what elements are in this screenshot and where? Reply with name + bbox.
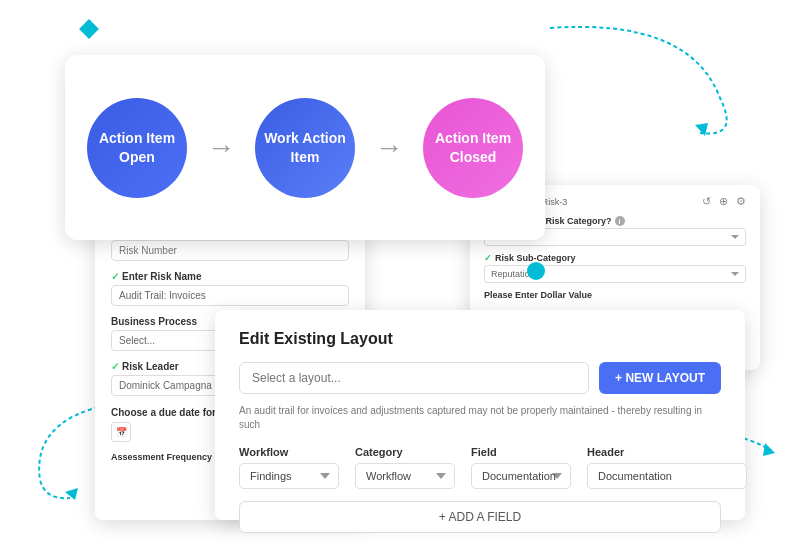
step3-label: Action Item Closed [423, 129, 523, 165]
layout-card-title: Edit Existing Layout [239, 330, 721, 348]
workflow-card: Action Item Open → Work Action Item → Ac… [65, 55, 545, 240]
category-select[interactable]: Workflow [355, 463, 455, 489]
risk-action-icons: ↺ ⊕ ⚙ [702, 195, 746, 208]
gear-icon[interactable]: ⚙ [736, 195, 746, 208]
risk-sub-category-group: ✓ Risk Sub-Category Reputation [484, 253, 746, 283]
diamond-decoration [79, 19, 99, 39]
header-input[interactable] [587, 463, 747, 489]
arrow-1-2: → [207, 132, 235, 164]
field-select[interactable]: Documentation [471, 463, 571, 489]
date-picker-icon[interactable]: 📅 [111, 422, 131, 442]
history-icon[interactable]: ⊕ [719, 195, 728, 208]
new-layout-button[interactable]: + NEW LAYOUT [599, 362, 721, 394]
risk-name-label: ✓ Enter Risk Name [111, 271, 349, 282]
add-field-button[interactable]: + ADD A FIELD [239, 501, 721, 533]
arrow-top-right [540, 18, 740, 138]
risk-name-input[interactable] [111, 285, 349, 306]
svg-marker-2 [763, 443, 775, 456]
risk-sub-category-select[interactable]: Reputation [484, 265, 746, 283]
category-label: Category [355, 446, 455, 458]
workflow-select[interactable]: Findings [239, 463, 339, 489]
workflow-label: Workflow [239, 446, 339, 458]
layout-fields-row: Workflow Findings Category Workflow Fiel… [239, 446, 721, 489]
risk-name-group: ✓ Enter Risk Name [111, 271, 349, 306]
step-work-action-item: Work Action Item [255, 98, 355, 198]
header-label: Header [587, 446, 747, 458]
risk-dollar-value-group: Please Enter Dollar Value [484, 290, 746, 300]
field-col: Field Documentation [471, 446, 571, 489]
layout-info-text: An audit trail for invoices and adjustme… [239, 404, 721, 432]
step2-label: Work Action Item [255, 129, 355, 165]
step1-label: Action Item Open [87, 129, 187, 165]
step-action-item-open: Action Item Open [87, 98, 187, 198]
svg-marker-1 [65, 488, 78, 500]
field-label: Field [471, 446, 571, 458]
workflow-col: Workflow Findings [239, 446, 339, 489]
category-col: Category Workflow [355, 446, 455, 489]
risk-dollar-value-label: Please Enter Dollar Value [484, 290, 746, 300]
layout-card: Edit Existing Layout + NEW LAYOUT An aud… [215, 310, 745, 520]
scene: Action Item Open → Work Action Item → Ac… [0, 0, 800, 550]
undo-icon[interactable]: ↺ [702, 195, 711, 208]
layout-search-row: + NEW LAYOUT [239, 362, 721, 394]
risk-sub-category-label: ✓ Risk Sub-Category [484, 253, 746, 263]
svg-marker-0 [695, 123, 708, 136]
risk-number-input[interactable] [111, 240, 349, 261]
step-action-item-closed: Action Item Closed [423, 98, 523, 198]
layout-search-input[interactable] [239, 362, 589, 394]
arrow-2-3: → [375, 132, 403, 164]
header-col: Header [587, 446, 747, 489]
teal-dot [527, 262, 545, 280]
